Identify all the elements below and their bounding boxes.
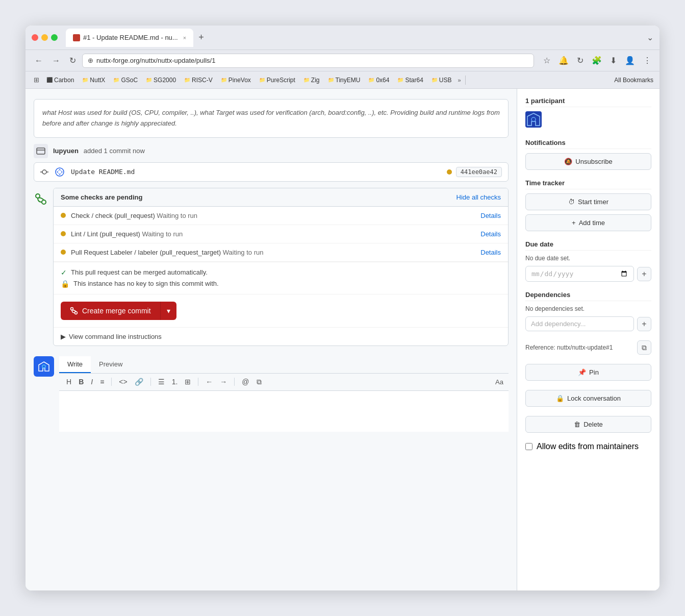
- add-dependency-button[interactable]: +: [637, 317, 651, 331]
- date-input[interactable]: [525, 266, 634, 282]
- lock-icon: 🔒: [556, 395, 564, 402]
- folder-icon: 📁: [113, 77, 119, 83]
- check-details-link-1[interactable]: Details: [480, 212, 501, 219]
- checks-header: Some checks are pending Hide all checks: [54, 188, 508, 207]
- reload-button[interactable]: ↻: [66, 54, 79, 67]
- toolbar-code[interactable]: <>: [117, 377, 129, 387]
- checks-card: Some checks are pending Hide all checks …: [53, 188, 509, 346]
- bookmark-0x64[interactable]: 📁 0x64: [365, 75, 392, 85]
- pin-button[interactable]: 📌 Pin: [525, 364, 651, 381]
- commit-action-text: added 1 commit now: [84, 147, 145, 155]
- svg-point-11: [42, 200, 46, 204]
- maximize-traffic-light[interactable]: [51, 34, 58, 41]
- svg-point-2: [42, 170, 46, 174]
- checks-row: Some checks are pending Hide all checks …: [34, 188, 509, 346]
- toolbar-list[interactable]: ≡: [98, 377, 106, 387]
- comment-toolbar: H B I ≡ <> 🔗 ☰ 1. ⊞ ← →: [59, 374, 509, 391]
- tab-preview[interactable]: Preview: [91, 356, 131, 373]
- download-icon[interactable]: ⬇: [608, 55, 619, 66]
- commit-hash[interactable]: 441ee0ae42: [456, 167, 502, 177]
- menu-icon[interactable]: ⋮: [641, 55, 653, 66]
- add-date-button[interactable]: +: [637, 267, 651, 281]
- bookmark-sg2000[interactable]: 📁 SG2000: [143, 75, 179, 85]
- dependencies-section: Dependencies No dependencies set. Add de…: [525, 291, 651, 331]
- allow-edits-row: Allow edits from maintainers: [525, 442, 651, 451]
- delete-button[interactable]: 🗑 Delete: [525, 416, 651, 433]
- bookmark-carbon[interactable]: ⬛ Carbon: [43, 75, 77, 85]
- check-label-3: Pull Request Labeler / labeler (pull_req…: [71, 249, 263, 256]
- bookmark-purescript[interactable]: 📁 PureScript: [256, 75, 298, 85]
- alert-icon[interactable]: 🔔: [556, 55, 571, 66]
- notifications-label: Notifications: [525, 139, 651, 149]
- bookmark-0x64-label: 0x64: [376, 77, 389, 84]
- bookmark-zig-label: Zig: [311, 77, 320, 84]
- no-dependencies-text: No dependencies set.: [525, 305, 651, 312]
- toolbar-tasklist[interactable]: ⊞: [183, 377, 193, 387]
- start-timer-button[interactable]: ⏱ Start timer: [525, 193, 651, 210]
- hide-checks-button[interactable]: Hide all checks: [456, 193, 501, 201]
- git-merge-icon-wrapper: [34, 192, 48, 208]
- browser-tab[interactable]: #1 - Update README.md - nu... ×: [66, 29, 193, 47]
- bookmarks-more-button[interactable]: »: [458, 77, 461, 83]
- folder-icon: 📁: [303, 77, 310, 83]
- view-command-line-toggle[interactable]: ▶ View command line instructions: [54, 327, 508, 346]
- merge-dropdown-button[interactable]: ▾: [160, 302, 176, 320]
- bookmark-star64[interactable]: 📁 Star64: [394, 75, 426, 85]
- minimize-traffic-light[interactable]: [41, 34, 48, 41]
- tab-menu-button[interactable]: ⌄: [647, 33, 653, 42]
- comment-textarea[interactable]: [59, 391, 509, 432]
- commit-header-row: lupyuen added 1 commit now: [34, 144, 509, 158]
- address-bar[interactable]: ⊕ nuttx-forge.org/nuttx/nuttx-update/pul…: [82, 54, 534, 68]
- toolbar-outdent[interactable]: ←: [204, 377, 215, 387]
- toolbar-separator-2: [150, 378, 151, 386]
- unsubscribe-button[interactable]: 🔕 Unsubscribe: [525, 153, 651, 170]
- toolbar-link[interactable]: 🔗: [133, 377, 145, 387]
- check-details-link-2[interactable]: Details: [480, 230, 501, 238]
- toolbar-italic[interactable]: I: [89, 377, 95, 387]
- due-date-label: Due date: [525, 240, 651, 251]
- add-time-button[interactable]: + Add time: [525, 214, 651, 231]
- back-button[interactable]: ←: [32, 54, 46, 67]
- toolbar-indent[interactable]: →: [218, 377, 229, 387]
- commit-row: Update README.md 441ee0ae42: [34, 162, 509, 182]
- copy-reference-button[interactable]: ⧉: [637, 340, 651, 355]
- folder-icon: 📁: [368, 77, 374, 83]
- bookmark-gsoc[interactable]: 📁 GSoC: [110, 75, 141, 85]
- toolbar-unordered-list[interactable]: ☰: [156, 377, 167, 387]
- toolbar-bold[interactable]: B: [77, 377, 86, 387]
- toolbar-mention[interactable]: @: [240, 377, 251, 387]
- allow-edits-checkbox[interactable]: [525, 443, 532, 450]
- profile-icon[interactable]: 👤: [623, 55, 637, 66]
- dependency-select[interactable]: Add dependency...: [525, 316, 634, 331]
- toolbar-ordered-list[interactable]: 1.: [170, 377, 180, 387]
- view-cmd-text: View command line instructions: [69, 333, 162, 340]
- close-traffic-light[interactable]: [32, 34, 38, 41]
- bookmark-riscv[interactable]: 📁 RISC-V: [181, 75, 216, 85]
- bookmark-nuttx[interactable]: 📁 NuttX: [79, 75, 108, 85]
- all-bookmarks-link[interactable]: All Bookmarks: [614, 77, 653, 84]
- commit-right: 441ee0ae42: [447, 167, 502, 177]
- create-merge-commit-button[interactable]: Create merge commit: [61, 302, 160, 320]
- tab-write[interactable]: Write: [59, 356, 91, 373]
- toolbar-heading[interactable]: H: [64, 377, 73, 387]
- reference-text: Reference: nuttx/nuttx-update#1: [525, 344, 634, 351]
- toolbar-reference[interactable]: ⧉: [255, 377, 264, 387]
- extension-icon[interactable]: 🧩: [590, 55, 604, 66]
- check-details-link-3[interactable]: Details: [480, 249, 501, 256]
- bookmark-usb[interactable]: 📁 USB: [428, 75, 455, 85]
- bookmark-pinevox[interactable]: 📁 PineVox: [218, 75, 254, 85]
- sync-icon[interactable]: ↻: [575, 55, 586, 66]
- bookmark-icon[interactable]: ☆: [541, 55, 552, 66]
- forward-button[interactable]: →: [49, 54, 63, 67]
- commit-dot-group: [40, 168, 48, 176]
- toolbar-aa: Aa: [495, 378, 503, 386]
- status-merge-text: This pull request can be merged automati…: [71, 268, 208, 276]
- folder-icon: 📁: [221, 77, 227, 83]
- bookmark-zig[interactable]: 📁 Zig: [300, 75, 323, 85]
- comment-user-avatar: [34, 356, 54, 377]
- tab-close-button[interactable]: ×: [183, 35, 186, 41]
- new-tab-button[interactable]: +: [195, 32, 207, 43]
- apps-icon[interactable]: ⊞: [32, 75, 41, 85]
- lock-conversation-button[interactable]: 🔒 Lock conversation: [525, 390, 651, 407]
- bookmark-tinyemu[interactable]: 📁 TinyEMU: [325, 75, 364, 85]
